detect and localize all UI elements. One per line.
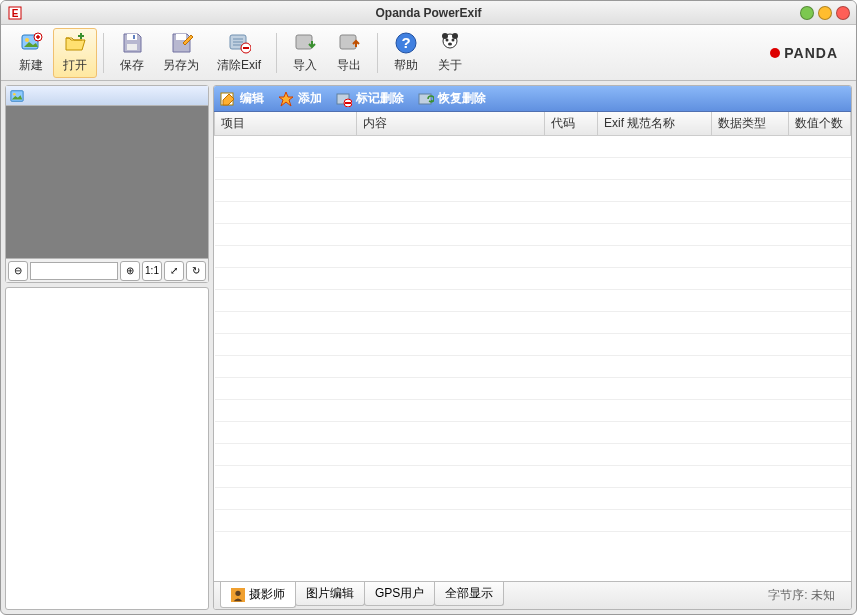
status-byte-order: 字节序: 未知 — [768, 587, 835, 604]
table-row[interactable] — [215, 356, 851, 378]
col-count[interactable]: 数值个数 — [788, 112, 850, 136]
action-bar: 编辑 添加 标记删除 恢复删除 — [214, 86, 851, 112]
col-exif-name[interactable]: Exif 规范名称 — [598, 112, 712, 136]
col-item[interactable]: 项目 — [215, 112, 357, 136]
table-row[interactable] — [215, 334, 851, 356]
add-action[interactable]: 添加 — [278, 90, 322, 107]
col-code[interactable]: 代码 — [545, 112, 598, 136]
table-row[interactable] — [215, 180, 851, 202]
restore-delete-action[interactable]: 恢复删除 — [418, 90, 486, 107]
help-icon: ? — [394, 31, 418, 55]
svg-text:?: ? — [401, 34, 410, 51]
open-button[interactable]: 打开 — [53, 28, 97, 78]
zoom-field[interactable] — [30, 262, 118, 280]
table-row[interactable] — [215, 488, 851, 510]
add-label: 添加 — [298, 90, 322, 107]
zoom-out-button[interactable]: ⊖ — [8, 261, 28, 281]
tab-show-all[interactable]: 全部显示 — [434, 582, 504, 606]
about-icon — [438, 31, 462, 55]
svg-point-33 — [235, 590, 240, 595]
table-row[interactable] — [215, 202, 851, 224]
right-pane: 编辑 添加 标记删除 恢复删除 — [213, 85, 852, 610]
col-data-type[interactable]: 数据类型 — [712, 112, 788, 136]
preview-area — [6, 106, 208, 258]
mark-delete-action[interactable]: 标记删除 — [336, 90, 404, 107]
saveas-button[interactable]: 另存为 — [154, 28, 208, 78]
clear-exif-button[interactable]: 清除Exif — [208, 28, 270, 78]
maximize-button[interactable] — [818, 6, 832, 20]
tree-panel[interactable] — [5, 287, 209, 610]
import-icon — [293, 31, 317, 55]
tab-photographer-label: 摄影师 — [249, 586, 285, 603]
svg-rect-5 — [127, 34, 137, 40]
export-icon — [337, 31, 361, 55]
open-icon — [63, 31, 87, 55]
edit-action[interactable]: 编辑 — [220, 90, 264, 107]
new-icon — [19, 31, 43, 55]
zoom-1to1-button[interactable]: 1:1 — [142, 261, 162, 281]
table-row[interactable] — [215, 290, 851, 312]
brand-text: PANDA — [784, 45, 838, 61]
table-row[interactable] — [215, 158, 851, 180]
table-row[interactable] — [215, 224, 851, 246]
exif-table-wrap[interactable]: 项目 内容 代码 Exif 规范名称 数据类型 数值个数 — [214, 112, 851, 581]
save-button[interactable]: 保存 — [110, 28, 154, 78]
svg-point-3 — [25, 38, 29, 42]
zoom-fit-button[interactable]: ⤢ — [164, 261, 184, 281]
exif-table: 项目 内容 代码 Exif 规范名称 数据类型 数值个数 — [214, 112, 851, 532]
about-label: 关于 — [438, 57, 462, 74]
add-icon — [278, 91, 294, 107]
svg-point-22 — [446, 39, 449, 42]
tab-gps[interactable]: GPS用户 — [364, 582, 435, 606]
import-button[interactable]: 导入 — [283, 28, 327, 78]
window-controls — [800, 6, 850, 20]
svg-point-26 — [13, 92, 16, 95]
tab-gps-label: GPS用户 — [375, 585, 424, 602]
table-row[interactable] — [215, 466, 851, 488]
save-label: 保存 — [120, 57, 144, 74]
preview-header — [6, 86, 208, 106]
table-body — [215, 136, 851, 532]
close-button[interactable] — [836, 6, 850, 20]
saveas-label: 另存为 — [163, 57, 199, 74]
table-row[interactable] — [215, 422, 851, 444]
table-row[interactable] — [215, 378, 851, 400]
svg-rect-31 — [419, 94, 431, 104]
about-button[interactable]: 关于 — [428, 28, 472, 78]
svg-rect-6 — [127, 44, 137, 50]
separator — [103, 33, 104, 73]
minimize-button[interactable] — [800, 6, 814, 20]
table-row[interactable] — [215, 444, 851, 466]
titlebar: E Opanda PowerExif — [1, 1, 856, 25]
table-row[interactable] — [215, 510, 851, 532]
mark-delete-icon — [336, 91, 352, 107]
bottom-tabs: 摄影师 图片编辑 GPS用户 全部显示 字节序: 未知 — [214, 581, 851, 609]
svg-point-21 — [452, 33, 458, 39]
table-row[interactable] — [215, 268, 851, 290]
help-button[interactable]: ? 帮助 — [384, 28, 428, 78]
tab-photographer[interactable]: 摄影师 — [220, 582, 296, 608]
table-row[interactable] — [215, 246, 851, 268]
table-row[interactable] — [215, 400, 851, 422]
saveas-icon — [169, 31, 193, 55]
brand-dot-icon — [770, 48, 780, 58]
separator — [276, 33, 277, 73]
rotate-button[interactable]: ↻ — [186, 261, 206, 281]
restore-delete-label: 恢复删除 — [438, 90, 486, 107]
table-row[interactable] — [215, 136, 851, 158]
svg-point-23 — [452, 39, 455, 42]
export-button[interactable]: 导出 — [327, 28, 371, 78]
tab-image-edit-label: 图片编辑 — [306, 585, 354, 602]
zoom-in-button[interactable]: ⊕ — [120, 261, 140, 281]
restore-icon — [418, 91, 434, 107]
clear-icon — [227, 31, 251, 55]
tab-image-edit[interactable]: 图片编辑 — [295, 582, 365, 606]
table-row[interactable] — [215, 312, 851, 334]
export-label: 导出 — [337, 57, 361, 74]
svg-text:E: E — [12, 8, 19, 19]
body: ⊖ ⊕ 1:1 ⤢ ↻ 编辑 添加 — [1, 81, 856, 614]
save-icon — [120, 31, 144, 55]
open-label: 打开 — [63, 57, 87, 74]
col-content[interactable]: 内容 — [356, 112, 544, 136]
new-button[interactable]: 新建 — [9, 28, 53, 78]
